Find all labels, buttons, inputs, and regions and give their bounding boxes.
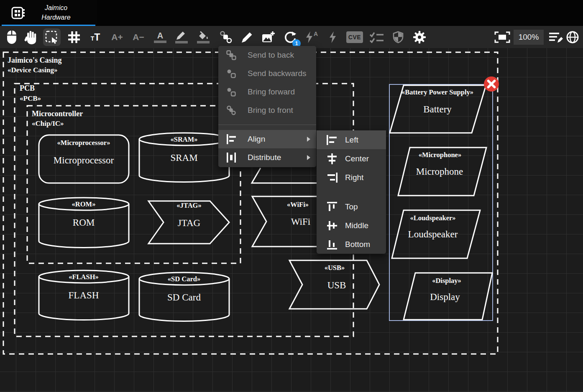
- sdcard-name: SD Card: [167, 292, 201, 303]
- mouse-icon: [5, 30, 18, 45]
- edit-pencil-icon: [241, 31, 253, 43]
- menu-separator: [218, 125, 316, 125]
- submenu-item-label: Right: [345, 173, 363, 182]
- selection-rectangle[interactable]: [389, 84, 493, 321]
- auto-power-button[interactable]: A: [305, 31, 319, 43]
- jtag-name: JTAG: [178, 218, 200, 228]
- menu-item-send-to-back[interactable]: Send to back: [218, 46, 316, 64]
- edit-list-button[interactable]: [548, 31, 563, 43]
- font-increase-label: A+: [111, 32, 123, 42]
- display-stereotype: «Display»: [432, 277, 461, 285]
- align-bottom-icon: [326, 239, 338, 250]
- menu-item-align[interactable]: Align: [218, 130, 316, 148]
- flash-name: FLASH: [69, 290, 99, 300]
- menu-item-bring-forward[interactable]: Bring forward: [218, 83, 316, 101]
- edit-button[interactable]: [241, 31, 253, 43]
- battery-name: Battery: [423, 104, 452, 115]
- fill-color-button[interactable]: [197, 31, 210, 43]
- submenu-item-label: Top: [345, 202, 358, 211]
- submenu-item-middle[interactable]: Middle: [317, 216, 386, 235]
- link-nodes-icon: [219, 31, 233, 44]
- pencil-icon: [176, 31, 187, 40]
- bring-forward-icon: [226, 87, 237, 97]
- microcontroller-container[interactable]: [27, 106, 240, 263]
- checklist-button[interactable]: [369, 31, 385, 43]
- menu-item-label: Bring forward: [248, 87, 295, 97]
- menu-item-label: Align: [248, 135, 265, 144]
- microprocessor-stereotype: «Microprocessor»: [57, 139, 110, 147]
- send-to-back-icon: [226, 50, 237, 61]
- svg-text:A: A: [314, 31, 318, 37]
- language-button[interactable]: [566, 31, 579, 44]
- lightning-a-icon: A: [305, 31, 319, 43]
- font-size-icon: TT: [91, 31, 100, 43]
- cve-button[interactable]: CVE: [346, 31, 363, 43]
- pan-tool-button[interactable]: [24, 30, 38, 45]
- fit-screen-icon: [494, 31, 510, 43]
- add-image-button[interactable]: [261, 31, 275, 43]
- submenu-item-bottom[interactable]: Bottom: [317, 235, 386, 254]
- context-menu: Send to back Send backwards Bring forwar…: [218, 46, 316, 167]
- diagram-tab[interactable]: Jaimico Hardware: [0, 0, 97, 26]
- font-decrease-label: A−: [133, 32, 144, 42]
- align-middle-icon: [326, 220, 338, 231]
- microprocessor-name: Microprocessor: [54, 155, 114, 165]
- menu-item-label: Send backwards: [248, 69, 306, 78]
- bring-to-front-icon: [226, 105, 237, 116]
- zoom-level[interactable]: 100%: [514, 30, 544, 45]
- align-icon: [226, 134, 237, 145]
- refresh-button[interactable]: 1: [283, 30, 297, 44]
- font-color-button[interactable]: A: [154, 31, 166, 43]
- security-button[interactable]: [392, 31, 404, 43]
- submenu-item-right[interactable]: Right: [317, 168, 386, 187]
- jtag-stereotype: «JTAG»: [176, 201, 201, 209]
- grid-toggle-button[interactable]: [67, 31, 81, 44]
- menu-item-distribute[interactable]: Distribute: [218, 148, 316, 167]
- submenu-arrow-icon: [307, 155, 310, 160]
- submenu-arrow-icon: [307, 137, 310, 142]
- font-increase-button[interactable]: A+: [111, 32, 123, 42]
- connector-style-button[interactable]: [219, 31, 233, 44]
- flash-stereotype: «FLASH»: [69, 273, 99, 281]
- fit-view-button[interactable]: [494, 31, 510, 43]
- loudspeaker-name: Loudspeaker: [408, 229, 458, 239]
- submenu-item-left[interactable]: Left: [317, 130, 386, 149]
- submenu-item-top[interactable]: Top: [317, 197, 386, 216]
- paint-bucket-icon: [197, 31, 210, 40]
- power-button[interactable]: [328, 31, 338, 43]
- sram-stereotype: «SRAM»: [170, 135, 197, 143]
- gear-icon: [413, 31, 426, 44]
- checklist-icon: [369, 31, 385, 43]
- image-plus-icon: [261, 31, 275, 43]
- menu-item-bring-to-front[interactable]: Bring to front: [218, 101, 316, 120]
- align-submenu: Left Center Right: [317, 130, 386, 254]
- menu-item-send-backwards[interactable]: Send backwards: [218, 64, 316, 83]
- usb-name: USB: [327, 280, 346, 290]
- tab-title-line1: Jaimico: [27, 3, 85, 13]
- submenu-item-center[interactable]: Center: [317, 149, 386, 168]
- loudspeaker-stereotype: «Loudspeaker»: [410, 214, 455, 222]
- align-right-icon: [326, 172, 338, 183]
- microphone-name: Microphone: [416, 166, 463, 177]
- list-edit-icon: [548, 31, 563, 43]
- hand-icon: [24, 30, 38, 45]
- stroke-color-button[interactable]: [175, 31, 188, 43]
- font-decrease-button[interactable]: A−: [133, 32, 144, 42]
- casing-name: Jaimico's Casing: [8, 56, 62, 64]
- submenu-item-label: Bottom: [345, 240, 370, 249]
- remove-selection-button[interactable]: [484, 76, 499, 92]
- grid-icon: [67, 31, 81, 44]
- select-tool-button[interactable]: [43, 28, 61, 46]
- menu-item-label: Send to back: [248, 51, 294, 60]
- text-size-button[interactable]: TT: [91, 31, 100, 43]
- submenu-item-label: Middle: [345, 221, 368, 230]
- toolbar: TT A+ A− A: [0, 26, 583, 48]
- pcb-stereotype: «PCB»: [20, 94, 41, 102]
- display-name: Display: [430, 292, 460, 302]
- mouse-tool-button[interactable]: [5, 30, 18, 45]
- wifi-name: WiFi: [291, 216, 310, 227]
- chip-board-icon: [11, 6, 26, 21]
- casing-stereotype: «Device Casing»: [8, 66, 57, 74]
- globe-icon: [566, 31, 579, 44]
- settings-button[interactable]: [413, 31, 426, 44]
